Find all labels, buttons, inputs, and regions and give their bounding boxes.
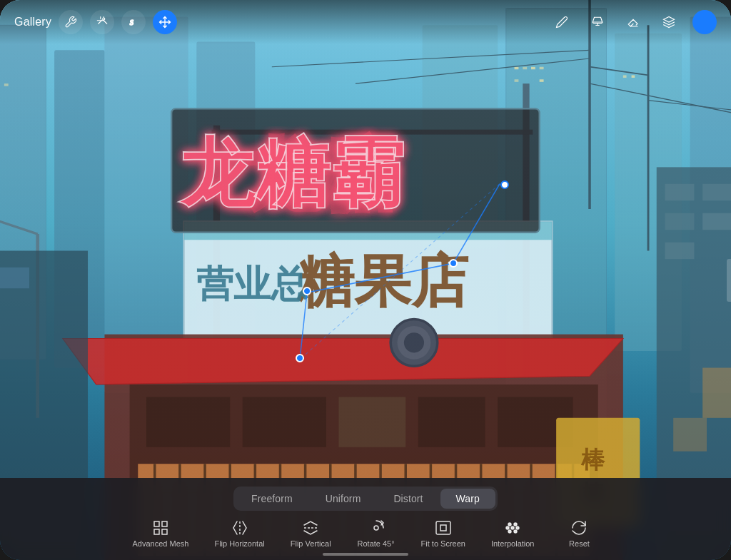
svg-point-108 (374, 526, 378, 530)
brush-tool-button[interactable] (585, 10, 610, 34)
svg-rect-92 (665, 213, 694, 230)
tab-distort[interactable]: Distort (378, 489, 438, 509)
eraser-icon (627, 16, 640, 29)
svg-rect-102 (154, 521, 159, 526)
svg-rect-91 (702, 184, 731, 200)
svg-rect-90 (665, 184, 694, 200)
toolbar-actions: Advanced Mesh Flip Horizontal Flip Ver (0, 516, 731, 551)
rotate-45-label: Rotate 45° (358, 539, 395, 548)
flip-horizontal-icon (231, 519, 248, 536)
warp-point-mid-bottom[interactable] (296, 354, 304, 362)
reset-label: Reset (569, 539, 590, 548)
advanced-mesh-button[interactable]: Advanced Mesh (120, 516, 202, 551)
transform-tool-button[interactable] (153, 10, 177, 34)
warp-point-mid-left[interactable] (303, 287, 311, 295)
reset-button[interactable]: Reset (547, 516, 611, 551)
color-picker-button[interactable] (692, 10, 717, 34)
reset-icon (570, 519, 588, 536)
svg-point-114 (514, 523, 517, 526)
home-indicator (323, 553, 408, 556)
warp-point-top-right[interactable] (500, 180, 509, 189)
adjust-tool-button[interactable] (90, 10, 114, 34)
interpolation-button[interactable]: Interpolation (478, 516, 548, 551)
svg-rect-103 (162, 521, 167, 526)
gallery-button[interactable]: Gallery (14, 16, 51, 29)
artwork: 糖果店 营业总 龙糖 龙糖霸 龙糖霸 龙糖霸 (0, 0, 731, 560)
svg-rect-96 (673, 418, 707, 452)
top-bar: Gallery S (0, 0, 731, 44)
svg-rect-104 (154, 529, 159, 534)
interpolation-icon (504, 519, 521, 536)
smudge-tool-button[interactable]: S (121, 10, 146, 34)
fit-screen-button[interactable]: Fit to Screen (408, 516, 478, 551)
svg-rect-109 (436, 521, 450, 534)
canvas-area: 糖果店 营业总 龙糖 龙糖霸 龙糖霸 龙糖霸 (0, 0, 731, 560)
svg-rect-105 (162, 529, 167, 534)
top-right-toolbar (550, 10, 717, 34)
layers-icon (662, 16, 675, 29)
tab-freeform[interactable]: Freeform (236, 489, 308, 509)
side-handle[interactable] (727, 259, 731, 302)
adjust-icon (96, 16, 109, 29)
fit-screen-label: Fit to Screen (421, 539, 465, 548)
flip-horizontal-label: Flip Horizontal (214, 539, 264, 548)
transform-tabs: Freeform Uniform Distort Warp (233, 487, 498, 511)
transform-icon (158, 16, 171, 29)
svg-point-112 (516, 526, 519, 529)
eraser-tool-button[interactable] (621, 10, 645, 34)
pen-icon (555, 16, 568, 29)
tab-warp[interactable]: Warp (440, 489, 495, 509)
flip-vertical-icon (302, 519, 319, 536)
svg-text:S: S (130, 19, 134, 26)
flip-vertical-label: Flip Vertical (291, 539, 331, 548)
rotate-45-button[interactable]: Rotate 45° (344, 516, 408, 551)
svg-point-113 (508, 523, 511, 526)
pen-tool-button[interactable] (550, 10, 574, 34)
bottom-toolbar: Freeform Uniform Distort Warp Advanced M… (0, 478, 731, 560)
svg-rect-87 (0, 268, 29, 288)
svg-point-115 (508, 530, 511, 533)
wrench-icon (64, 16, 77, 29)
svg-rect-84 (0, 0, 731, 560)
svg-point-116 (514, 530, 517, 533)
fit-screen-icon (435, 519, 452, 536)
smudge-icon: S (127, 16, 140, 29)
svg-point-111 (511, 526, 514, 529)
tab-uniform[interactable]: Uniform (310, 489, 377, 509)
svg-rect-95 (702, 368, 731, 418)
flip-horizontal-button[interactable]: Flip Horizontal (201, 516, 277, 551)
wrench-tool-button[interactable] (59, 10, 83, 34)
svg-rect-94 (665, 243, 694, 259)
brush-icon (591, 16, 604, 29)
rotate-45-icon (368, 519, 385, 536)
svg-rect-93 (702, 213, 731, 230)
advanced-mesh-icon (152, 519, 169, 536)
svg-point-110 (506, 526, 509, 529)
layers-button[interactable] (657, 10, 681, 34)
flip-vertical-button[interactable]: Flip Vertical (278, 516, 344, 551)
tablet-frame: 糖果店 营业总 龙糖 龙糖霸 龙糖霸 龙糖霸 (0, 0, 731, 560)
warp-point-mid-right[interactable] (449, 259, 458, 268)
advanced-mesh-label: Advanced Mesh (133, 539, 189, 548)
interpolation-label: Interpolation (491, 539, 535, 548)
top-left-toolbar: Gallery S (14, 10, 177, 34)
